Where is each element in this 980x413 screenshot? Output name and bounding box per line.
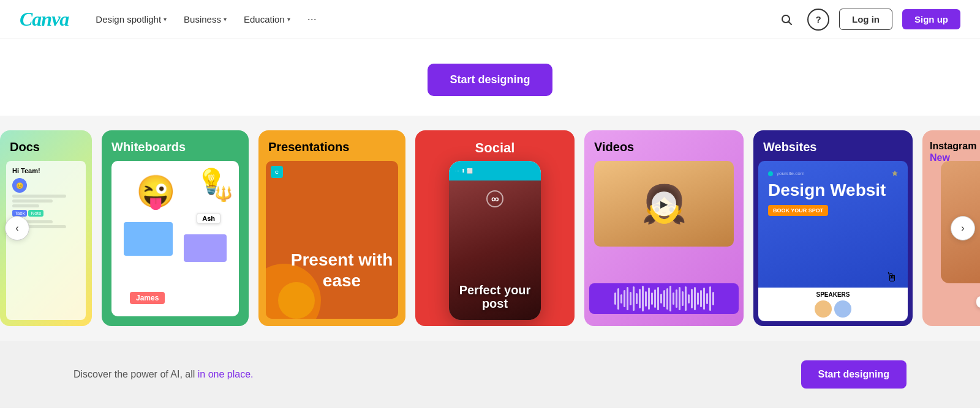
docs-line1 <box>12 195 66 198</box>
scroll-right-button[interactable]: › <box>951 216 975 240</box>
start-designing-footer-button[interactable]: Start designing <box>801 360 907 389</box>
footer-text: Discover the power of AI, all in one pla… <box>74 369 254 380</box>
nav-business[interactable]: Business ▾ <box>176 9 234 29</box>
business-chevron: ▾ <box>224 16 227 23</box>
pres-text: Present with ease <box>276 240 398 300</box>
w18 <box>666 288 668 310</box>
cards-section: ‹ Docs Hi Team! 😊 Task Note <box>0 116 980 341</box>
w2 <box>617 288 619 310</box>
login-button[interactable]: Log in <box>839 9 892 30</box>
docs-tags: Task Note <box>12 210 80 217</box>
web-nav-dot1 <box>768 171 773 176</box>
signup-button[interactable]: Sign up <box>902 9 960 29</box>
websites-label: Websites <box>763 140 816 154</box>
w6 <box>630 292 631 305</box>
nav-education[interactable]: Education ▾ <box>236 9 298 29</box>
speaker-images <box>762 300 904 318</box>
w24 <box>685 286 687 311</box>
speakers-area: SPEAKERS <box>758 288 908 321</box>
pres-inner: C Present with ease <box>266 161 398 319</box>
footer-text-main: Discover the power of AI, all <box>74 369 195 379</box>
search-icon <box>780 13 793 26</box>
phone-canva-logo: ∞ <box>486 190 503 207</box>
phone-person: ∞ Perfect your post <box>449 180 541 320</box>
design-spotlight-label: Design spotlight <box>96 14 161 24</box>
w10 <box>642 286 644 311</box>
whiteboards-label: Whiteboards <box>111 140 186 154</box>
w8 <box>636 293 638 304</box>
phone-icons: ··· ⬆ ⬜ <box>455 168 473 174</box>
phone-post-text: Perfect your post <box>449 283 541 310</box>
wb-emoji1: 😜 <box>136 173 176 210</box>
card-whiteboards[interactable]: Whiteboards 😜 💡 🔱 Ash James <box>102 130 249 326</box>
wb-inner: 😜 💡 🔱 Ash James <box>111 161 239 316</box>
speakers-label: SPEAKERS <box>762 291 904 298</box>
wb-james-label: James <box>130 292 165 304</box>
videos-label: Videos <box>594 140 634 154</box>
w21 <box>676 289 677 308</box>
play-button[interactable]: ▶ <box>652 192 676 216</box>
wb-rect-blue <box>124 222 173 256</box>
cards-scroll: Docs Hi Team! 😊 Task Note Whiteboards <box>0 116 980 341</box>
card-websites[interactable]: Websites yoursite.com ⭐ Design Websit BO… <box>753 130 913 326</box>
docs-line3 <box>12 204 39 207</box>
start-designing-hero-button[interactable]: Start designing <box>428 64 552 96</box>
wb-emoji3: 🔱 <box>214 185 233 203</box>
w31 <box>706 293 708 304</box>
wb-rect-purple <box>184 234 227 262</box>
w11 <box>645 291 647 307</box>
w16 <box>660 294 662 303</box>
card-videos[interactable]: Videos 👧 ▶ <box>584 130 744 326</box>
w30 <box>703 288 705 310</box>
wave-visualization <box>589 283 739 314</box>
w17 <box>663 290 665 307</box>
docs-label: Docs <box>10 140 40 154</box>
w1 <box>614 292 616 305</box>
tag2: Note <box>28 210 43 217</box>
video-thumbnail: 👧 ▶ <box>594 161 734 247</box>
cursor-icon: 🖱 <box>886 270 898 285</box>
w27 <box>694 287 696 310</box>
footer-link[interactable]: in one place. <box>198 369 254 379</box>
canva-logo[interactable]: Canva <box>20 8 69 31</box>
phone-time: ··· <box>455 168 459 174</box>
nav-more[interactable]: ··· <box>300 8 324 31</box>
ig-new-post-badge: New post <box>976 296 980 308</box>
w25 <box>688 294 690 303</box>
pres-canva-icon: C <box>271 166 283 178</box>
w23 <box>682 291 684 306</box>
instagram-new-badge: New <box>930 152 950 163</box>
w7 <box>633 286 635 311</box>
w13 <box>651 292 653 305</box>
phone-image-area: ∞ Perfect your post <box>449 180 541 320</box>
w26 <box>691 289 693 308</box>
w22 <box>679 287 680 310</box>
nav-links: Design spotlight ▾ Business ▾ Education … <box>88 8 775 31</box>
footer-bar: Discover the power of AI, all in one pla… <box>0 341 980 408</box>
education-label: Education <box>244 14 285 24</box>
w14 <box>654 289 656 308</box>
w3 <box>620 294 622 303</box>
scroll-left-button[interactable]: ‹ <box>5 216 29 240</box>
websites-title: Design Websit <box>768 181 898 200</box>
card-presentations[interactable]: Presentations C Present with ease <box>258 130 405 326</box>
phone-status-bar: ··· ⬆ ⬜ <box>449 161 541 180</box>
nav-design-spotlight[interactable]: Design spotlight ▾ <box>88 9 174 29</box>
help-button[interactable]: ? <box>807 9 829 31</box>
w12 <box>648 288 650 310</box>
speaker2-img <box>834 300 851 318</box>
w5 <box>627 287 628 310</box>
instagram-label: Instagram postNew <box>930 140 980 163</box>
docs-content: Hi Team! 😊 Task Note <box>6 161 86 320</box>
web-url: yoursite.com <box>777 171 888 176</box>
card-social[interactable]: Social ··· ⬆ ⬜ ∞ Perfect your post <box>415 130 575 326</box>
nav-right: ? Log in Sign up <box>775 9 960 31</box>
social-phone: ··· ⬆ ⬜ ∞ Perfect your post <box>449 161 541 320</box>
speaker1-img <box>815 300 832 318</box>
w15 <box>657 287 659 310</box>
search-button[interactable] <box>775 9 797 31</box>
book-spot-button[interactable]: BOOK YOUR SPOT <box>768 205 828 216</box>
svg-line-1 <box>789 21 792 24</box>
docs-inner-title: Hi Team! <box>12 167 80 174</box>
w32 <box>709 286 711 311</box>
